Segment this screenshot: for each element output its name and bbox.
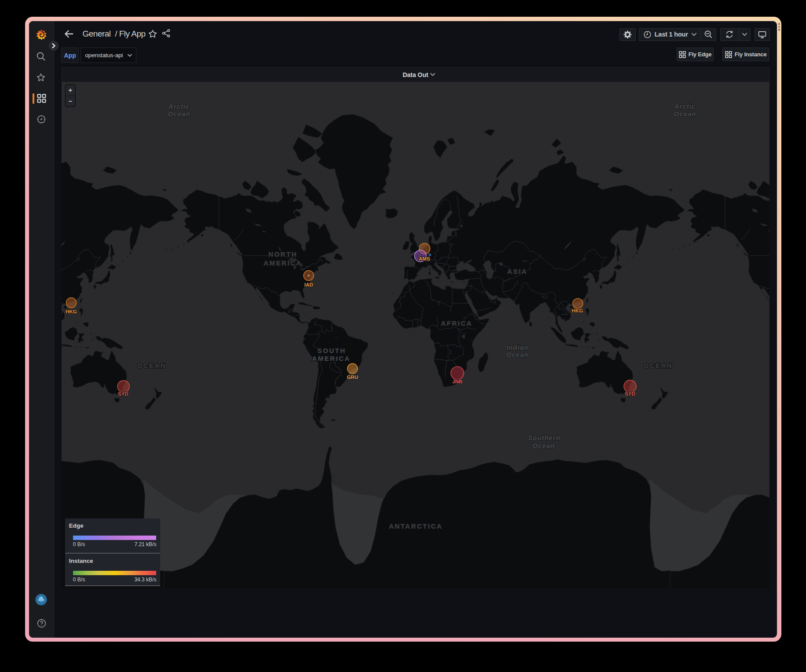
svg-text:Ocean: Ocean bbox=[168, 110, 191, 118]
svg-text:AMS: AMS bbox=[419, 256, 430, 261]
svg-text:Arctic: Arctic bbox=[674, 103, 696, 110]
svg-text:Ocean: Ocean bbox=[674, 110, 696, 118]
svg-text:Southern: Southern bbox=[528, 434, 561, 441]
svg-text:Arctic: Arctic bbox=[168, 103, 190, 110]
svg-text:GRU: GRU bbox=[347, 375, 358, 380]
svg-text:IAD: IAD bbox=[304, 282, 313, 287]
svg-text:SYD: SYD bbox=[118, 391, 128, 397]
svg-text:SYD: SYD bbox=[625, 391, 635, 397]
svg-text:Indian: Indian bbox=[506, 344, 528, 351]
svg-text:AMERICA: AMERICA bbox=[264, 259, 302, 267]
svg-text:ANTARCTICA: ANTARCTICA bbox=[389, 522, 443, 530]
svg-text:OCEAN: OCEAN bbox=[644, 362, 673, 369]
svg-text:AMERICA: AMERICA bbox=[312, 355, 350, 362]
svg-text:JNB: JNB bbox=[452, 379, 462, 384]
svg-text:NORTH: NORTH bbox=[268, 250, 297, 258]
svg-text:AFRICA: AFRICA bbox=[441, 319, 473, 327]
svg-text:Ocean: Ocean bbox=[533, 442, 555, 449]
svg-text:ASIA: ASIA bbox=[507, 268, 528, 275]
svg-text:SOUTH: SOUTH bbox=[318, 347, 346, 354]
svg-text:Ocean: Ocean bbox=[506, 351, 529, 358]
svg-text:HKG: HKG bbox=[572, 308, 583, 313]
svg-text:HKG: HKG bbox=[66, 309, 77, 314]
svg-text:OCEAN: OCEAN bbox=[137, 362, 167, 369]
